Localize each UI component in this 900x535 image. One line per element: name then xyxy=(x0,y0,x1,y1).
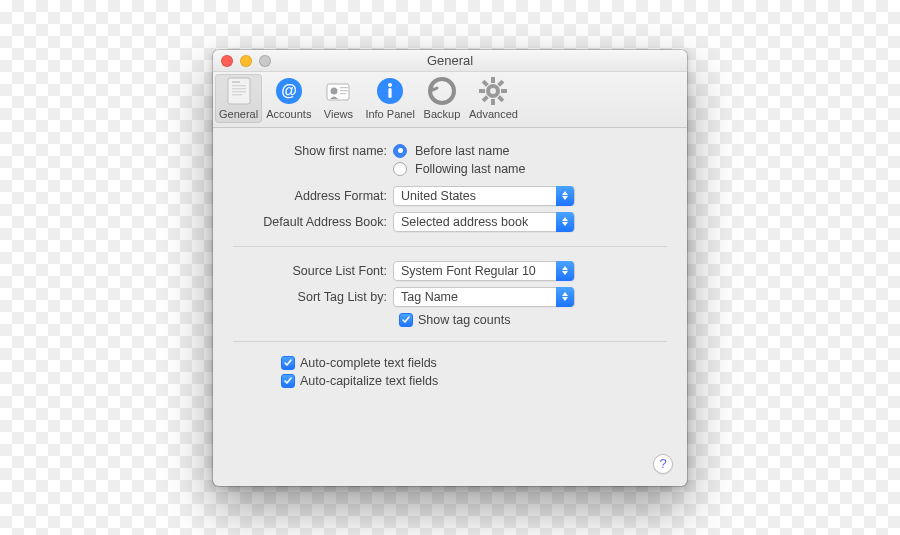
svg-rect-4 xyxy=(232,91,246,92)
select-value: System Font Regular 10 xyxy=(401,264,536,278)
svg-rect-5 xyxy=(232,94,242,95)
tab-advanced[interactable]: Advanced xyxy=(465,74,522,123)
select-value: Selected address book xyxy=(401,215,528,229)
general-pane: Show first name: Before last name Follow… xyxy=(213,128,687,486)
tab-label: Accounts xyxy=(266,108,311,120)
svg-rect-2 xyxy=(232,85,246,86)
chevron-updown-icon xyxy=(556,287,574,307)
preferences-window: General General xyxy=(213,50,687,486)
separator xyxy=(233,246,667,247)
tab-general[interactable]: General xyxy=(215,74,262,123)
checkbox-autocomplete[interactable] xyxy=(281,356,295,370)
checkbox-label: Auto-capitalize text fields xyxy=(300,374,438,388)
tab-label: Views xyxy=(324,108,353,120)
default-book-select[interactable]: Selected address book xyxy=(393,212,575,232)
svg-rect-12 xyxy=(340,93,346,94)
close-button[interactable] xyxy=(221,55,233,67)
source-font-label: Source List Font: xyxy=(233,264,393,278)
svg-text:@: @ xyxy=(281,82,297,99)
address-format-label: Address Format: xyxy=(233,189,393,203)
radio-following-last-name[interactable] xyxy=(393,162,407,176)
svg-rect-3 xyxy=(232,88,246,89)
radio-before-last-name[interactable] xyxy=(393,144,407,158)
tab-label: Advanced xyxy=(469,108,518,120)
chevron-updown-icon xyxy=(556,261,574,281)
radio-label: Following last name xyxy=(415,162,525,176)
svg-rect-24 xyxy=(482,95,489,102)
checkbox-show-tag-counts[interactable] xyxy=(399,313,413,327)
checkbox-label: Show tag counts xyxy=(418,313,510,327)
minimize-button[interactable] xyxy=(240,55,252,67)
svg-point-9 xyxy=(331,87,338,94)
preferences-toolbar: General @ Accounts xyxy=(213,72,687,128)
svg-rect-25 xyxy=(482,79,489,86)
svg-point-18 xyxy=(490,88,496,94)
general-icon xyxy=(224,76,254,106)
svg-rect-20 xyxy=(491,99,495,105)
help-button[interactable]: ? xyxy=(653,454,673,474)
address-format-select[interactable]: United States xyxy=(393,186,575,206)
svg-rect-26 xyxy=(498,95,505,102)
info-icon xyxy=(375,76,405,106)
sort-tag-label: Sort Tag List by: xyxy=(233,290,393,304)
svg-point-14 xyxy=(388,83,392,87)
checkbox-label: Auto-complete text fields xyxy=(300,356,437,370)
titlebar: General xyxy=(213,50,687,72)
chevron-updown-icon xyxy=(556,186,574,206)
default-book-label: Default Address Book: xyxy=(233,215,393,229)
radio-label: Before last name xyxy=(415,144,510,158)
svg-rect-10 xyxy=(340,87,348,88)
tab-views[interactable]: Views xyxy=(315,74,361,123)
help-icon: ? xyxy=(659,456,666,471)
tab-label: Info Panel xyxy=(365,108,415,120)
svg-rect-21 xyxy=(479,89,485,93)
tab-label: General xyxy=(219,108,258,120)
separator xyxy=(233,341,667,342)
chevron-updown-icon xyxy=(556,212,574,232)
svg-rect-15 xyxy=(389,88,392,98)
tab-infopanel[interactable]: Info Panel xyxy=(361,74,419,123)
first-name-label: Show first name: xyxy=(233,144,393,158)
source-font-select[interactable]: System Font Regular 10 xyxy=(393,261,575,281)
accounts-icon: @ xyxy=(274,76,304,106)
zoom-button[interactable] xyxy=(259,55,271,67)
views-icon xyxy=(323,76,353,106)
select-value: Tag Name xyxy=(401,290,458,304)
svg-rect-1 xyxy=(232,81,240,83)
checkbox-autocapitalize[interactable] xyxy=(281,374,295,388)
svg-rect-23 xyxy=(498,79,505,86)
tab-label: Backup xyxy=(424,108,461,120)
svg-rect-19 xyxy=(491,77,495,83)
svg-rect-11 xyxy=(340,90,348,91)
backup-icon xyxy=(427,76,457,106)
gear-icon xyxy=(478,76,508,106)
tab-backup[interactable]: Backup xyxy=(419,74,465,123)
tab-accounts[interactable]: @ Accounts xyxy=(262,74,315,123)
window-title: General xyxy=(213,53,687,68)
select-value: United States xyxy=(401,189,476,203)
svg-rect-22 xyxy=(501,89,507,93)
svg-rect-8 xyxy=(327,84,349,100)
sort-tag-select[interactable]: Tag Name xyxy=(393,287,575,307)
